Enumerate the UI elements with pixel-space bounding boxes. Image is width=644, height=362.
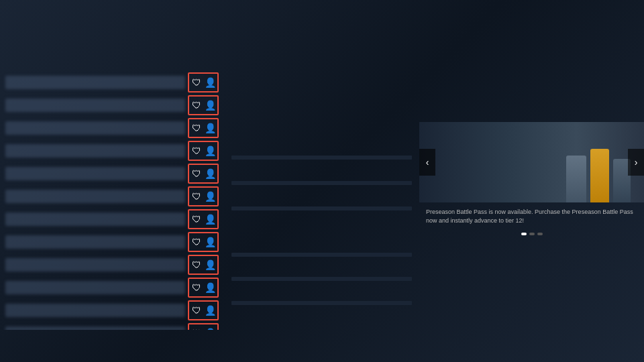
shield-icon: 🛡: [191, 303, 203, 318]
character-icon: 👤: [204, 235, 216, 249]
player-icons: 🛡 👤: [188, 95, 219, 115]
character-icon: 👤: [204, 143, 216, 158]
table-row: 🛡 👤: [0, 253, 224, 276]
news-dot-1[interactable]: [521, 233, 527, 235]
shield-icon: 🛡: [191, 98, 203, 113]
progress-track: [231, 277, 412, 281]
player-icons: 🛡 👤: [188, 186, 219, 206]
table-row: 🛡 👤: [0, 299, 224, 322]
players-panel: PLAYERS 12/12 🛡 👤 🛡 👤: [0, 52, 225, 349]
character-icon: 👤: [204, 98, 216, 113]
player-icons: 🛡 👤: [188, 323, 219, 330]
table-row: 🛡 👤: [0, 139, 224, 162]
character-icon: 👤: [204, 189, 216, 204]
carousel-next-button[interactable]: ›: [628, 149, 644, 176]
player-icons: 🛡 👤: [188, 164, 219, 184]
news-image: ‹ ›: [419, 122, 644, 202]
table-row: 🛡 👤: [0, 162, 224, 185]
character-icon: 👤: [204, 326, 216, 330]
player-name: [5, 76, 185, 89]
shield-icon: 🛡: [191, 326, 203, 330]
carousel-prev-button[interactable]: ‹: [419, 149, 435, 176]
progress-track: [231, 253, 412, 257]
table-row: 🛡 👤: [0, 208, 224, 231]
shield-icon: 🛡: [191, 235, 203, 249]
player-name: [5, 144, 185, 158]
player-name: [5, 258, 185, 272]
player-name: [5, 235, 185, 249]
progress-track: [231, 156, 412, 160]
table-row: 🛡 👤: [0, 231, 224, 253]
main-container: ⚡ Welcome Playlist LOBBY BATTLE PASS FAC…: [0, 0, 644, 362]
player-icons: 🛡 👤: [188, 209, 219, 229]
player-icons: 🛡 👤: [188, 278, 219, 298]
news-dot-3[interactable]: [537, 233, 543, 235]
player-icons: 🛡 👤: [188, 255, 219, 275]
player-name: [5, 326, 185, 330]
shield-icon: 🛡: [191, 166, 203, 181]
shield-icon: 🛡: [191, 121, 203, 135]
progress-track: [231, 301, 412, 305]
character-icon: 👤: [204, 166, 216, 181]
player-icons: 🛡 👤: [188, 232, 219, 252]
character-icon: 👤: [204, 212, 216, 227]
table-row: 🛡 👤: [0, 94, 224, 117]
character-icon: 👤: [204, 303, 216, 318]
shield-icon: 🛡: [191, 257, 203, 272]
character-icon: 👤: [204, 75, 216, 90]
player-name: [5, 167, 185, 180]
progress-track: [231, 206, 412, 210]
player-name: [5, 281, 185, 294]
table-row: 🛡 👤: [0, 322, 224, 330]
news-dot-2[interactable]: [529, 233, 535, 235]
player-name: [5, 304, 185, 317]
players-list: 🛡 👤 🛡 👤 🛡 👤: [0, 68, 224, 330]
shield-icon: 🛡: [191, 143, 203, 158]
table-row: 🛡 👤: [0, 117, 224, 139]
table-row: 🛡 👤: [0, 185, 224, 208]
shield-icon: 🛡: [191, 280, 203, 295]
newsfeed-content: ‹ › Preseason Battle Pass is now availab…: [419, 122, 644, 349]
player-icons: 🛡 👤: [188, 141, 219, 161]
shield-icon: 🛡: [191, 212, 203, 227]
player-icons: 🛡 👤: [188, 300, 219, 320]
player-icons: 🛡 👤: [188, 118, 219, 138]
player-name: [5, 190, 185, 203]
shield-icon: 🛡: [191, 75, 203, 90]
player-icons: 🛡 👤: [188, 72, 219, 93]
news-text: Preseason Battle Pass is now available. …: [419, 202, 644, 230]
character-icon: 👤: [204, 280, 216, 295]
shield-icon: 🛡: [191, 189, 203, 204]
player-name: [5, 99, 185, 112]
table-row: 🛡 👤: [0, 71, 224, 94]
progress-track: [231, 181, 412, 185]
news-dots: [419, 230, 644, 238]
table-row: 🛡 👤: [0, 276, 224, 299]
character-icon: 👤: [204, 121, 216, 135]
figure-2: [590, 149, 609, 202]
character-icon: 👤: [204, 257, 216, 272]
figure-1: [566, 156, 586, 202]
player-name: [5, 121, 185, 135]
player-name: [5, 213, 185, 226]
